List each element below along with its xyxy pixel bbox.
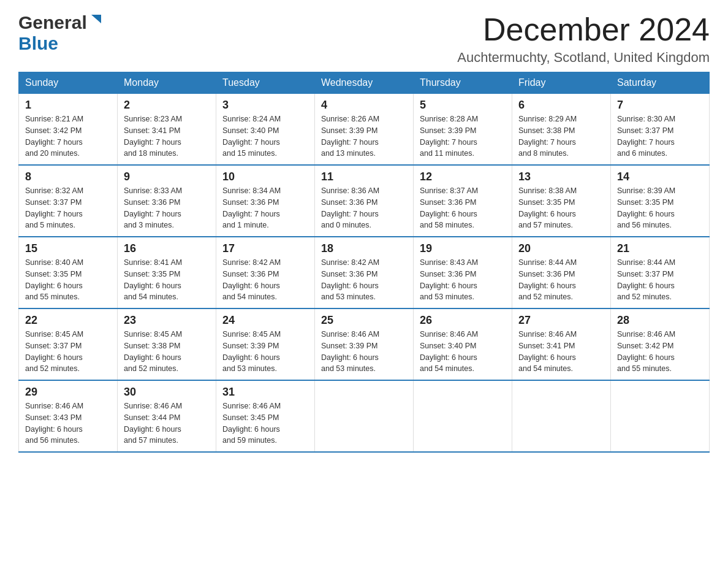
calendar-cell: 4 Sunrise: 8:26 AMSunset: 3:39 PMDayligh… — [315, 94, 414, 166]
day-number: 10 — [222, 170, 308, 183]
calendar-cell: 17 Sunrise: 8:42 AMSunset: 3:36 PMDaylig… — [216, 237, 315, 308]
calendar-cell: 11 Sunrise: 8:36 AMSunset: 3:36 PMDaylig… — [315, 165, 414, 237]
calendar-cell: 12 Sunrise: 8:37 AMSunset: 3:36 PMDaylig… — [414, 165, 512, 237]
day-info: Sunrise: 8:38 AMSunset: 3:35 PMDaylight:… — [518, 185, 604, 231]
day-info: Sunrise: 8:37 AMSunset: 3:36 PMDaylight:… — [420, 185, 506, 231]
day-info: Sunrise: 8:30 AMSunset: 3:37 PMDaylight:… — [617, 113, 703, 159]
week-row-5: 29 Sunrise: 8:46 AMSunset: 3:43 PMDaylig… — [19, 380, 710, 452]
day-number: 18 — [321, 242, 407, 255]
calendar-cell: 23 Sunrise: 8:45 AMSunset: 3:38 PMDaylig… — [118, 308, 216, 380]
calendar-cell: 31 Sunrise: 8:46 AMSunset: 3:45 PMDaylig… — [216, 380, 315, 452]
day-info: Sunrise: 8:45 AMSunset: 3:39 PMDaylight:… — [222, 329, 308, 375]
calendar-cell: 10 Sunrise: 8:34 AMSunset: 3:36 PMDaylig… — [216, 165, 315, 237]
week-row-4: 22 Sunrise: 8:45 AMSunset: 3:37 PMDaylig… — [19, 308, 710, 380]
weekday-header-row: SundayMondayTuesdayWednesdayThursdayFrid… — [19, 72, 710, 94]
logo-general-text: General — [18, 12, 87, 33]
calendar-cell: 30 Sunrise: 8:46 AMSunset: 3:44 PMDaylig… — [118, 380, 216, 452]
day-info: Sunrise: 8:42 AMSunset: 3:36 PMDaylight:… — [321, 257, 407, 303]
day-number: 1 — [25, 99, 111, 112]
calendar-cell: 14 Sunrise: 8:39 AMSunset: 3:35 PMDaylig… — [611, 165, 710, 237]
calendar-cell — [611, 380, 710, 452]
day-info: Sunrise: 8:41 AMSunset: 3:35 PMDaylight:… — [124, 257, 210, 303]
title-block: December 2024 Auchtermuchty, Scotland, U… — [457, 12, 710, 66]
calendar-cell: 13 Sunrise: 8:38 AMSunset: 3:35 PMDaylig… — [512, 165, 611, 237]
calendar-cell: 26 Sunrise: 8:46 AMSunset: 3:40 PMDaylig… — [414, 308, 512, 380]
day-info: Sunrise: 8:39 AMSunset: 3:35 PMDaylight:… — [617, 185, 703, 231]
day-number: 23 — [124, 314, 210, 327]
calendar-cell: 28 Sunrise: 8:46 AMSunset: 3:42 PMDaylig… — [611, 308, 710, 380]
day-number: 25 — [321, 314, 407, 327]
day-number: 27 — [518, 314, 604, 327]
month-title: December 2024 — [457, 12, 710, 47]
day-info: Sunrise: 8:43 AMSunset: 3:36 PMDaylight:… — [420, 257, 506, 303]
week-row-1: 1 Sunrise: 8:21 AMSunset: 3:42 PMDayligh… — [19, 94, 710, 166]
weekday-header-sunday: Sunday — [19, 72, 118, 94]
day-info: Sunrise: 8:33 AMSunset: 3:36 PMDaylight:… — [124, 185, 210, 231]
day-number: 2 — [124, 99, 210, 112]
calendar-cell — [315, 380, 414, 452]
day-number: 13 — [518, 170, 604, 183]
day-number: 9 — [124, 170, 210, 183]
calendar-cell: 1 Sunrise: 8:21 AMSunset: 3:42 PMDayligh… — [19, 94, 118, 166]
day-number: 31 — [222, 386, 308, 399]
day-number: 3 — [222, 99, 308, 112]
calendar-cell — [414, 380, 512, 452]
logo: General Blue — [18, 12, 102, 54]
calendar-cell: 2 Sunrise: 8:23 AMSunset: 3:41 PMDayligh… — [118, 94, 216, 166]
day-number: 28 — [617, 314, 703, 327]
calendar-cell: 9 Sunrise: 8:33 AMSunset: 3:36 PMDayligh… — [118, 165, 216, 237]
calendar-cell: 25 Sunrise: 8:46 AMSunset: 3:39 PMDaylig… — [315, 308, 414, 380]
svg-marker-0 — [91, 15, 101, 23]
day-info: Sunrise: 8:34 AMSunset: 3:36 PMDaylight:… — [222, 185, 308, 231]
day-number: 21 — [617, 242, 703, 255]
day-info: Sunrise: 8:46 AMSunset: 3:45 PMDaylight:… — [222, 400, 308, 446]
day-info: Sunrise: 8:45 AMSunset: 3:37 PMDaylight:… — [25, 329, 111, 375]
day-number: 24 — [222, 314, 308, 327]
day-number: 16 — [124, 242, 210, 255]
day-info: Sunrise: 8:24 AMSunset: 3:40 PMDaylight:… — [222, 113, 308, 159]
weekday-header-monday: Monday — [118, 72, 216, 94]
day-info: Sunrise: 8:46 AMSunset: 3:44 PMDaylight:… — [124, 400, 210, 446]
calendar-cell: 20 Sunrise: 8:44 AMSunset: 3:36 PMDaylig… — [512, 237, 611, 308]
day-number: 29 — [25, 386, 111, 399]
day-info: Sunrise: 8:44 AMSunset: 3:37 PMDaylight:… — [617, 257, 703, 303]
day-number: 19 — [420, 242, 506, 255]
day-info: Sunrise: 8:36 AMSunset: 3:36 PMDaylight:… — [321, 185, 407, 231]
calendar-cell: 22 Sunrise: 8:45 AMSunset: 3:37 PMDaylig… — [19, 308, 118, 380]
day-info: Sunrise: 8:45 AMSunset: 3:38 PMDaylight:… — [124, 329, 210, 375]
day-number: 30 — [124, 386, 210, 399]
calendar-table: SundayMondayTuesdayWednesdayThursdayFrid… — [18, 72, 710, 453]
weekday-header-thursday: Thursday — [414, 72, 512, 94]
day-info: Sunrise: 8:23 AMSunset: 3:41 PMDaylight:… — [124, 113, 210, 159]
day-info: Sunrise: 8:32 AMSunset: 3:37 PMDaylight:… — [25, 185, 111, 231]
calendar-cell: 24 Sunrise: 8:45 AMSunset: 3:39 PMDaylig… — [216, 308, 315, 380]
day-number: 6 — [518, 99, 604, 112]
day-info: Sunrise: 8:29 AMSunset: 3:38 PMDaylight:… — [518, 113, 604, 159]
logo-arrow-icon — [89, 13, 102, 29]
day-number: 20 — [518, 242, 604, 255]
day-number: 7 — [617, 99, 703, 112]
day-info: Sunrise: 8:21 AMSunset: 3:42 PMDaylight:… — [25, 113, 111, 159]
day-number: 14 — [617, 170, 703, 183]
day-number: 8 — [25, 170, 111, 183]
day-info: Sunrise: 8:44 AMSunset: 3:36 PMDaylight:… — [518, 257, 604, 303]
calendar-cell: 5 Sunrise: 8:28 AMSunset: 3:39 PMDayligh… — [414, 94, 512, 166]
day-number: 15 — [25, 242, 111, 255]
day-info: Sunrise: 8:40 AMSunset: 3:35 PMDaylight:… — [25, 257, 111, 303]
day-info: Sunrise: 8:46 AMSunset: 3:40 PMDaylight:… — [420, 329, 506, 375]
day-info: Sunrise: 8:28 AMSunset: 3:39 PMDaylight:… — [420, 113, 506, 159]
day-info: Sunrise: 8:46 AMSunset: 3:39 PMDaylight:… — [321, 329, 407, 375]
calendar-cell: 29 Sunrise: 8:46 AMSunset: 3:43 PMDaylig… — [19, 380, 118, 452]
day-number: 22 — [25, 314, 111, 327]
day-info: Sunrise: 8:42 AMSunset: 3:36 PMDaylight:… — [222, 257, 308, 303]
calendar-cell: 15 Sunrise: 8:40 AMSunset: 3:35 PMDaylig… — [19, 237, 118, 308]
day-info: Sunrise: 8:46 AMSunset: 3:42 PMDaylight:… — [617, 329, 703, 375]
calendar-cell: 16 Sunrise: 8:41 AMSunset: 3:35 PMDaylig… — [118, 237, 216, 308]
location-subtitle: Auchtermuchty, Scotland, United Kingdom — [457, 50, 710, 66]
calendar-cell: 6 Sunrise: 8:29 AMSunset: 3:38 PMDayligh… — [512, 94, 611, 166]
day-info: Sunrise: 8:26 AMSunset: 3:39 PMDaylight:… — [321, 113, 407, 159]
logo-blue-text: Blue — [18, 33, 58, 54]
calendar-cell: 21 Sunrise: 8:44 AMSunset: 3:37 PMDaylig… — [611, 237, 710, 308]
day-number: 26 — [420, 314, 506, 327]
week-row-3: 15 Sunrise: 8:40 AMSunset: 3:35 PMDaylig… — [19, 237, 710, 308]
